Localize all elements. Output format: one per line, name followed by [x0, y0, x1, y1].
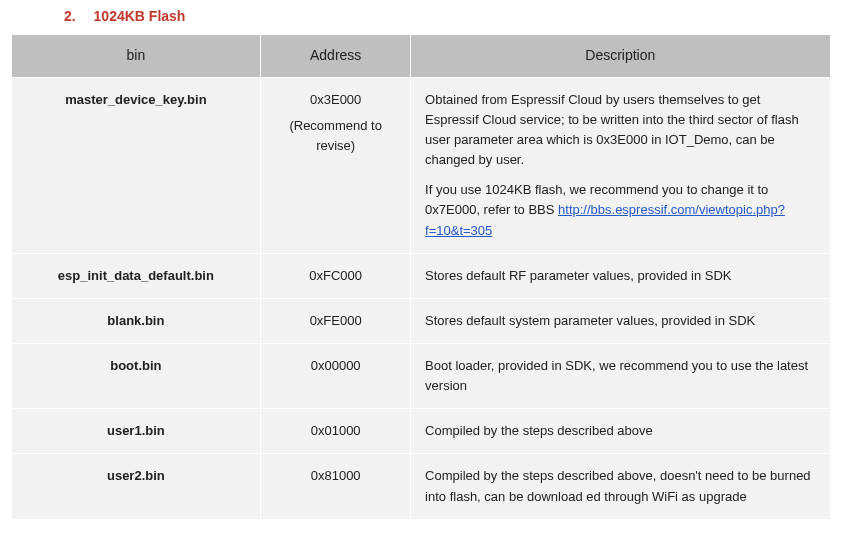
table-row: blank.bin 0xFE000 Stores default system …: [11, 298, 830, 343]
flash-table: bin Address Description master_device_ke…: [11, 34, 831, 520]
col-header-address: Address: [261, 35, 411, 78]
bin-cell: esp_init_data_default.bin: [11, 253, 261, 298]
heading-number: 2.: [64, 8, 76, 24]
address-cell: 0xFC000: [261, 253, 411, 298]
address-cell: 0x00000: [261, 343, 411, 408]
address-cell: 0x81000: [261, 454, 411, 519]
bin-cell: blank.bin: [11, 298, 261, 343]
table-row: master_device_key.bin 0x3E000 (Recommend…: [11, 77, 830, 253]
description-cell: Boot loader, provided in SDK, we recomme…: [411, 343, 830, 408]
table-row: user1.bin 0x01000 Compiled by the steps …: [11, 409, 830, 454]
description-cell: Stores default system parameter values, …: [411, 298, 830, 343]
description-cell: Stores default RF parameter values, prov…: [411, 253, 830, 298]
col-header-description: Description: [411, 35, 830, 78]
bin-cell: boot.bin: [11, 343, 261, 408]
bin-cell: master_device_key.bin: [11, 77, 261, 253]
description-cell: Compiled by the steps described above: [411, 409, 830, 454]
section-heading: 2. 1024KB Flash: [64, 8, 837, 24]
address-cell: 0x3E000 (Recommend to revise): [261, 77, 411, 253]
heading-title: 1024KB Flash: [94, 8, 186, 24]
bin-cell: user1.bin: [11, 409, 261, 454]
address-note: (Recommend to revise): [275, 116, 396, 156]
description-cell: Obtained from Espressif Cloud by users t…: [411, 77, 830, 253]
bin-cell: user2.bin: [11, 454, 261, 519]
address-cell: 0x01000: [261, 409, 411, 454]
table-header-row: bin Address Description: [11, 35, 830, 78]
description-cell: Compiled by the steps described above, d…: [411, 454, 830, 519]
address-value: 0x3E000: [310, 92, 361, 107]
table-row: user2.bin 0x81000 Compiled by the steps …: [11, 454, 830, 519]
table-row: boot.bin 0x00000 Boot loader, provided i…: [11, 343, 830, 408]
desc-paragraph: If you use 1024KB flash, we recommend yo…: [425, 180, 815, 240]
table-row: esp_init_data_default.bin 0xFC000 Stores…: [11, 253, 830, 298]
col-header-bin: bin: [11, 35, 261, 78]
desc-paragraph: Obtained from Espressif Cloud by users t…: [425, 90, 815, 171]
address-cell: 0xFE000: [261, 298, 411, 343]
